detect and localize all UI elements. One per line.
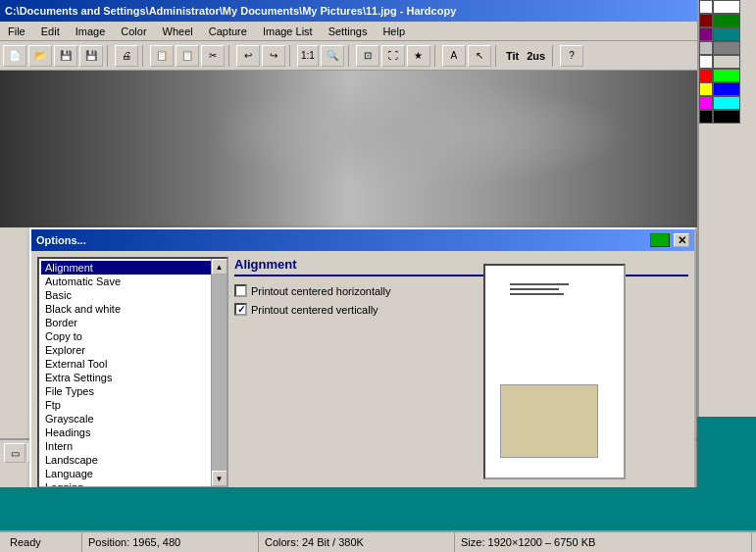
options-content: Alignment Printout centered horizontally…: [228, 251, 694, 487]
main-wrapper: Options... ✕ Alignment Automatic Save: [0, 71, 756, 552]
scroll-up-button[interactable]: ▲: [212, 259, 227, 275]
palette-lime[interactable]: [713, 71, 740, 82]
menu-edit[interactable]: Edit: [37, 25, 64, 38]
option-external-tool[interactable]: External Tool: [41, 357, 225, 371]
image-bg-inner: [0, 71, 697, 227]
status-colors: Colors: 24 Bit / 380K: [259, 532, 455, 552]
options-list-inner: Alignment Automatic Save Basic Black and…: [39, 259, 227, 487]
tb-zoom[interactable]: 1:1: [297, 45, 319, 67]
menu-color[interactable]: Color: [117, 25, 150, 38]
bt-rect1[interactable]: ▭: [4, 443, 25, 463]
palette-row-6: [699, 71, 756, 82]
menu-settings[interactable]: Settings: [325, 25, 372, 38]
content-row: Options... ✕ Alignment Automatic Save: [0, 71, 756, 552]
option-copy-to[interactable]: Copy to: [41, 329, 225, 343]
menu-file[interactable]: File: [4, 25, 29, 38]
dialog-title: Options...: [36, 234, 86, 246]
dialog-close-button[interactable]: ✕: [674, 233, 689, 247]
palette-cyan[interactable]: [713, 96, 740, 110]
dialog-green-button[interactable]: [650, 233, 670, 247]
option-headings[interactable]: Headings: [41, 426, 225, 439]
option-grayscale[interactable]: Grayscale: [41, 412, 225, 426]
option-logging[interactable]: Logging: [41, 480, 225, 487]
tb-sep8: [552, 45, 556, 67]
option-automatic-save[interactable]: Automatic Save: [41, 275, 225, 288]
title-text: C:\Documents and Settings\Administrator\…: [5, 5, 456, 17]
option-alignment[interactable]: Alignment: [41, 261, 225, 275]
tb-star[interactable]: ★: [407, 45, 430, 67]
image-bg: [0, 71, 697, 227]
menu-wheel[interactable]: Wheel: [159, 25, 197, 38]
tb-paste[interactable]: 📋: [176, 45, 199, 67]
dialog-titlebar: Options... ✕: [31, 229, 694, 251]
color-palette: [697, 71, 756, 417]
tb-help[interactable]: ?: [560, 45, 583, 67]
toolbar: 📄 📂 💾 💾 🖨 📋 📋 ✂ ↩ ↪ 1:1 🔍 ⊡ ⛶ ★ A ↖ Tit …: [0, 41, 756, 71]
menu-help[interactable]: Help: [378, 25, 409, 38]
list-scrollbar: ▲ ▼: [211, 259, 227, 486]
palette-red[interactable]: [699, 71, 713, 82]
preview-lines: [485, 266, 624, 308]
statusbar: Ready Position: 1965, 480 Colors: 24 Bit…: [0, 530, 756, 552]
dialog-body: Alignment Automatic Save Basic Black and…: [31, 251, 694, 487]
tb-arrow[interactable]: ↖: [468, 45, 491, 67]
titlebar-title: C:\Documents and Settings\Administrator\…: [5, 5, 456, 17]
palette-black2[interactable]: [713, 110, 740, 124]
tb-open[interactable]: 📂: [28, 45, 52, 67]
palette-black1[interactable]: [699, 110, 713, 124]
option-file-types[interactable]: File Types: [41, 384, 225, 398]
tb-tit: Tit: [503, 50, 522, 62]
checkmark-icon: ✓: [237, 304, 245, 315]
tb-print[interactable]: 🖨: [115, 45, 138, 67]
tb-fit[interactable]: ⊡: [356, 45, 379, 67]
menu-image[interactable]: Image: [72, 25, 110, 38]
menubar: File Edit Image Color Wheel Capture Imag…: [0, 22, 756, 41]
option-landscape[interactable]: Landscape: [41, 453, 225, 467]
option-black-white[interactable]: Black and white: [41, 302, 225, 316]
options-dialog: Options... ✕ Alignment Automatic Save: [29, 227, 696, 487]
tb-sep3: [228, 45, 232, 67]
tb-fullscreen[interactable]: ⛶: [381, 45, 405, 67]
tb-sep1: [107, 45, 111, 67]
option-ftp[interactable]: Ftp: [41, 398, 225, 412]
tb-redo[interactable]: ↪: [262, 45, 285, 67]
tb-save2[interactable]: 💾: [79, 45, 103, 67]
status-position: Position: 1965, 480: [82, 532, 259, 552]
scroll-down-button[interactable]: ▼: [212, 471, 227, 486]
tb-2us: 2us: [524, 50, 548, 62]
zoom-label: 1:1: [301, 50, 315, 61]
tb-sep4: [289, 45, 293, 67]
tb-undo[interactable]: ↩: [236, 45, 260, 67]
option-language[interactable]: Language: [41, 467, 225, 480]
preview-line-2: [510, 288, 559, 290]
menu-capture[interactable]: Capture: [205, 25, 251, 38]
preview-box: [483, 264, 626, 479]
checkbox-vertical-label: Printout centered vertically: [251, 304, 378, 316]
palette-row-8: [699, 96, 756, 110]
option-explorer[interactable]: Explorer: [41, 343, 225, 357]
options-list: Alignment Automatic Save Basic Black and…: [37, 257, 228, 487]
palette-yellow[interactable]: [699, 82, 713, 96]
checkbox-horizontal[interactable]: [234, 284, 247, 297]
preview-rect: [500, 384, 598, 458]
status-size: Size: 1920×1200 – 6750 KB: [455, 532, 752, 552]
main-area: Options... ✕ Alignment Automatic Save: [0, 71, 697, 487]
tb-sep6: [434, 45, 438, 67]
scroll-track[interactable]: [212, 275, 227, 471]
tb-zoomout[interactable]: 🔍: [321, 45, 344, 67]
tb-save[interactable]: 💾: [54, 45, 77, 67]
checkbox-vertical[interactable]: ✓: [234, 303, 247, 316]
option-extra-settings[interactable]: Extra Settings: [41, 371, 225, 384]
option-basic[interactable]: Basic: [41, 288, 225, 302]
palette-blue[interactable]: [713, 82, 740, 96]
palette-fuchsia[interactable]: [699, 96, 713, 110]
tb-copy[interactable]: 📋: [150, 45, 174, 67]
tb-text1[interactable]: A: [442, 45, 466, 67]
tb-sep2: [142, 45, 146, 67]
menu-imagelist[interactable]: Image List: [259, 25, 317, 38]
tb-sep5: [348, 45, 352, 67]
tb-scissors[interactable]: ✂: [201, 45, 225, 67]
option-border[interactable]: Border: [41, 316, 225, 329]
tb-new[interactable]: 📄: [3, 45, 26, 67]
option-intern[interactable]: Intern: [41, 439, 225, 453]
